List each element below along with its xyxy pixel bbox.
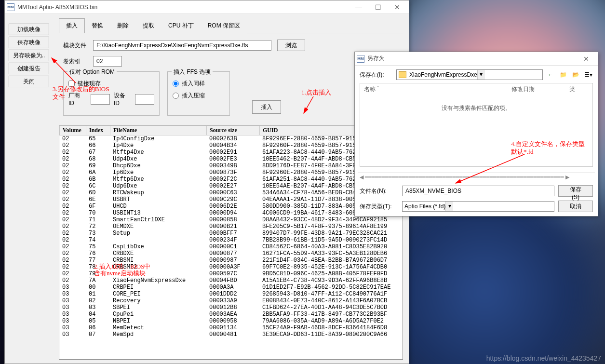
file-type-select[interactable]: Aptio Files (*.fd) ▾ bbox=[402, 201, 554, 212]
watermark: https://blog.csdn.net/weixin_44235427 bbox=[486, 354, 601, 362]
tab-replace[interactable]: 替换 bbox=[84, 18, 110, 33]
insert-compress-radio[interactable] bbox=[173, 93, 179, 99]
ffs-legend: 插入 FFS 选项 bbox=[172, 68, 213, 76]
table-row[interactable]: 0306MemDetect0000113415CF24A9-F9AB-46D8-… bbox=[59, 324, 403, 331]
save-image-button[interactable]: 保存映像 bbox=[9, 37, 49, 48]
cancel-button[interactable]: 取消 bbox=[558, 201, 593, 212]
table-row[interactable]: 027AXiaoFengNvmExpressDxe00004FBDA15A1EB… bbox=[59, 277, 403, 284]
save-icon: MM bbox=[357, 55, 364, 63]
mmtool-window: MM MMTool Aptio- A85XMBIOS.bin — ☐ ✕ 加载映… bbox=[4, 0, 409, 364]
insert-same-radio[interactable] bbox=[173, 81, 179, 87]
table-row[interactable]: 0265Ip4ConfigDxe0000263B8F9296EF-2880-46… bbox=[59, 135, 403, 142]
folder-name: XiaoFengNvmExpressDxe bbox=[409, 71, 477, 78]
col-index[interactable]: Index bbox=[86, 126, 110, 135]
create-report-button[interactable]: 创建报告 bbox=[9, 63, 49, 74]
option-rom-group: 仅对 Option ROM 链接现存 厂商 ID 设备 ID bbox=[63, 71, 160, 116]
module-file-input[interactable] bbox=[93, 40, 271, 51]
close-app-button[interactable]: 关闭 bbox=[9, 76, 49, 87]
insert-compress-label: 插入压缩 bbox=[182, 92, 205, 100]
file-list[interactable]: 名称 ˆ 修改日期 类 没有与搜索条件匹配的项。 bbox=[360, 83, 593, 167]
file-name-label: 文件名(N): bbox=[360, 187, 398, 195]
table-row[interactable]: 0267Mtftp4Dxe00002E9161AFA223-8AC8-4440-… bbox=[59, 149, 403, 156]
device-id-label: 设备 ID bbox=[114, 92, 132, 107]
tab-extract[interactable]: 提取 bbox=[135, 18, 161, 33]
table-row[interactable]: 0268Udp4Dxe00002FE310EE5462-B207-4A4F-AB… bbox=[59, 156, 403, 162]
filelist-col-type[interactable]: 类 bbox=[569, 85, 589, 94]
file-type-text: Aptio Files (*.fd) bbox=[404, 203, 445, 210]
module-file-label: 模块文件 bbox=[63, 41, 87, 50]
chevron-down-icon: ▾ bbox=[477, 70, 485, 80]
table-row[interactable]: 0305NBPEI0000095879AA6086-035A-4AD9-A89A… bbox=[59, 318, 403, 324]
device-id-input[interactable] bbox=[135, 94, 154, 105]
link-existing-checkbox[interactable] bbox=[68, 81, 75, 87]
view-icon[interactable]: ☰▾ bbox=[583, 70, 593, 80]
table-row[interactable]: 0301CORE_PEI0001DDD292685943-D810-47FF-A… bbox=[59, 291, 403, 297]
table-row[interactable]: 0304CpuPei00003AEA2BB5AFA9-FF33-417B-849… bbox=[59, 311, 403, 318]
ffs-options-group: 插入 FFS 选项 插入同样 插入压缩 bbox=[167, 71, 230, 116]
option-rom-legend: 仅对 Option ROM bbox=[67, 68, 117, 76]
save-close-button[interactable]: ✕ bbox=[577, 53, 596, 65]
new-folder-icon[interactable]: 📂 bbox=[571, 70, 580, 80]
col-size[interactable]: Source size bbox=[207, 126, 260, 135]
table-row[interactable]: 026DRTCWakeup00000C63534A6A34-CF78-4A56-… bbox=[59, 189, 403, 196]
table-row[interactable]: 0271SmartFanCtrlDXE00000858D8AAB432-93CC… bbox=[59, 216, 403, 223]
filelist-col-name[interactable]: 名称 ˆ bbox=[364, 85, 511, 94]
folder-select[interactable]: XiaoFengNvmExpressDxe ▾ bbox=[396, 69, 543, 80]
filelist-col-date[interactable]: 修改日期 bbox=[511, 85, 569, 94]
table-row[interactable]: 0272OEMDXE00000B21BFE205C9-5B17-4F8F-937… bbox=[59, 223, 403, 230]
folder-icon bbox=[399, 71, 406, 78]
table-row[interactable]: 026FUHCD00006D2E580DD900-385D-11D7-883A-… bbox=[59, 203, 403, 210]
table-row[interactable]: 0307MemSpd000004813E30ECA0-DD63-11DE-8A3… bbox=[59, 331, 403, 338]
load-image-button[interactable]: 加载映像 bbox=[9, 24, 49, 35]
table-row[interactable]: 026EUSBRT0000C29C04EAAAA1-29A1-11D7-8838… bbox=[59, 196, 403, 203]
insert-panel: 模块文件 浏览 卷索引 仅对 Option ROM 链接现存 厂商 ID bbox=[59, 33, 403, 122]
table-row[interactable]: 0277CRBSMI00000987221F1D4F-034C-4BEA-B2B… bbox=[59, 257, 403, 264]
tab-cpu-patch[interactable]: CPU 补丁 bbox=[161, 18, 201, 33]
file-type-label: 保存类型(T): bbox=[360, 202, 398, 211]
vol-index-label: 卷索引 bbox=[63, 57, 87, 66]
browse-button[interactable]: 浏览 bbox=[277, 40, 305, 51]
table-row[interactable]: 0273Setup0000BFF7899407D7-99FE-43D8-9A21… bbox=[59, 230, 403, 237]
tab-delete[interactable]: 删除 bbox=[110, 18, 136, 33]
no-match-text: 没有与搜索条件匹配的项。 bbox=[364, 104, 589, 112]
up-folder-icon[interactable]: 📁 bbox=[558, 70, 568, 80]
tab-rom-reserved[interactable]: ROM 保留区 bbox=[201, 18, 247, 33]
table-row[interactable]: 0270USBINT1300000D944C006CD9-19BA-4617-8… bbox=[59, 210, 403, 216]
maximize-button[interactable]: ☐ bbox=[368, 1, 388, 13]
table-row[interactable]: 0269Dhcp6Dxe0000349B8DD9176D-EE87-4F0E-8… bbox=[59, 162, 403, 169]
back-icon[interactable]: ← bbox=[546, 70, 555, 80]
table-row[interactable]: 0300CRBPEI0000A3A01D1ED2F7-E92B-4562-92D… bbox=[59, 284, 403, 291]
sidebar: 加载映像 保存映像 另存映像为.. 创建报告 关闭 bbox=[5, 14, 53, 364]
save-as-button[interactable]: 另存映像为.. bbox=[9, 50, 49, 61]
tabs: 插入 替换 删除 提取 CPU 补丁 ROM 保留区 bbox=[59, 18, 403, 33]
table-row[interactable]: 02740000234F7BB28B99-61BB-11D5-9A5D-0090… bbox=[59, 237, 403, 243]
save-title: 另存为 bbox=[367, 54, 577, 63]
table-row[interactable]: 0303SBPEI000012B8C1FBD624-27EA-40D1-AA48… bbox=[59, 304, 403, 311]
minimize-button[interactable]: — bbox=[349, 1, 368, 13]
table-row[interactable]: 0302Recovery000033A9E008B434-0E73-440C-8… bbox=[59, 297, 403, 304]
table-row[interactable]: 0275CspLibDxe000000C1CD84562C-6864-40A3-… bbox=[59, 243, 403, 250]
save-in-label: 保存在(I): bbox=[360, 71, 393, 79]
col-volume[interactable]: Volume bbox=[60, 126, 86, 135]
save-as-dialog: MM 另存为 ✕ 保存在(I): XiaoFengNvmExpressDxe ▾… bbox=[354, 52, 598, 216]
link-existing-label: 链接现存 bbox=[78, 80, 101, 88]
table-row[interactable]: 0276CRBDXE0000087716271FCA-55D9-4A33-93F… bbox=[59, 250, 403, 257]
main-title: MMTool Aptio- A85XMBIOS.bin bbox=[17, 4, 349, 11]
main-titlebar: MM MMTool Aptio- A85XMBIOS.bin — ☐ ✕ bbox=[5, 0, 409, 14]
chevron-down-icon: ▾ bbox=[445, 202, 453, 211]
table-row[interactable]: 0266Ip4Dxe00004B348F92960F-2880-4659-B85… bbox=[59, 142, 403, 149]
col-filename[interactable]: FileName bbox=[110, 126, 207, 135]
vol-index-input[interactable] bbox=[93, 56, 122, 67]
tab-insert[interactable]: 插入 bbox=[59, 18, 85, 33]
table-row[interactable]: 026CUdp6Dxe00002E2710EE54AE-B207-4A4F-AB… bbox=[59, 183, 403, 189]
table-row[interactable]: 026AIp6Dxe0000873F8F92960E-2880-4659-B85… bbox=[59, 169, 403, 176]
table-row[interactable]: 02790000597C9BD5C81D-096C-4625-A08B-405F… bbox=[59, 270, 403, 277]
table-row[interactable]: 026BMtftp6Dxe00002F2C61AFA251-8AC8-4440-… bbox=[59, 176, 403, 183]
table-row[interactable]: 0278CRBSMI2000000A3F69F7C0E2-8935-452E-9… bbox=[59, 264, 403, 270]
close-button[interactable]: ✕ bbox=[388, 1, 407, 13]
vendor-id-input[interactable] bbox=[91, 94, 110, 105]
insert-button[interactable]: 插入 bbox=[252, 100, 281, 114]
vendor-id-label: 厂商 ID bbox=[68, 92, 87, 107]
save-confirm-button[interactable]: 保存(S) bbox=[558, 185, 593, 197]
file-name-input[interactable] bbox=[402, 186, 554, 196]
